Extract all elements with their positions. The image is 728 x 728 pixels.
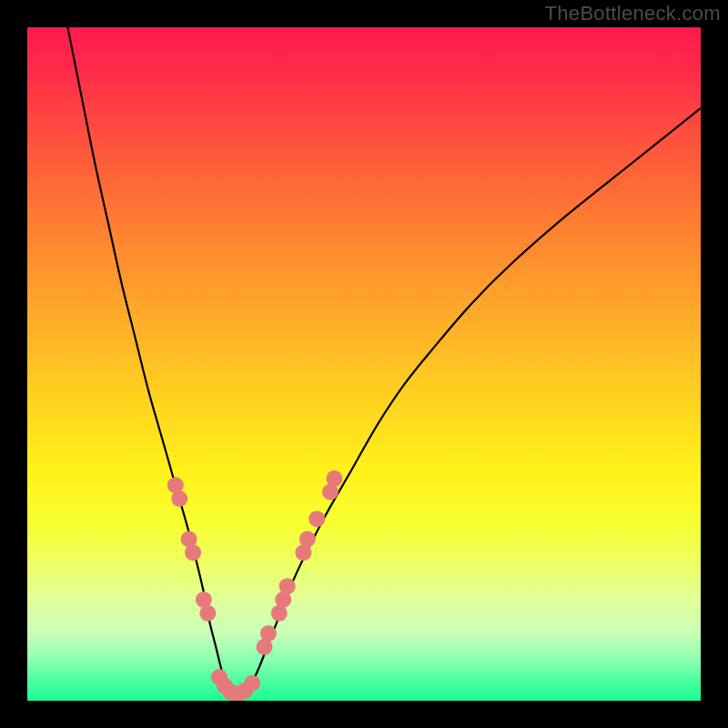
marker-dot bbox=[279, 578, 296, 594]
marker-dot bbox=[326, 470, 342, 487]
marker-dot bbox=[308, 511, 325, 527]
marker-dot bbox=[260, 625, 277, 642]
marker-dot bbox=[185, 544, 201, 561]
marker-dot bbox=[299, 531, 316, 547]
marker-dot bbox=[244, 675, 260, 692]
chart-frame: TheBottleneck.com bbox=[0, 0, 728, 728]
gradient-background bbox=[27, 27, 701, 701]
marker-dot bbox=[171, 490, 187, 507]
bottleneck-chart bbox=[0, 0, 728, 728]
watermark-text: TheBottleneck.com bbox=[545, 2, 721, 25]
marker-dot bbox=[199, 605, 216, 622]
